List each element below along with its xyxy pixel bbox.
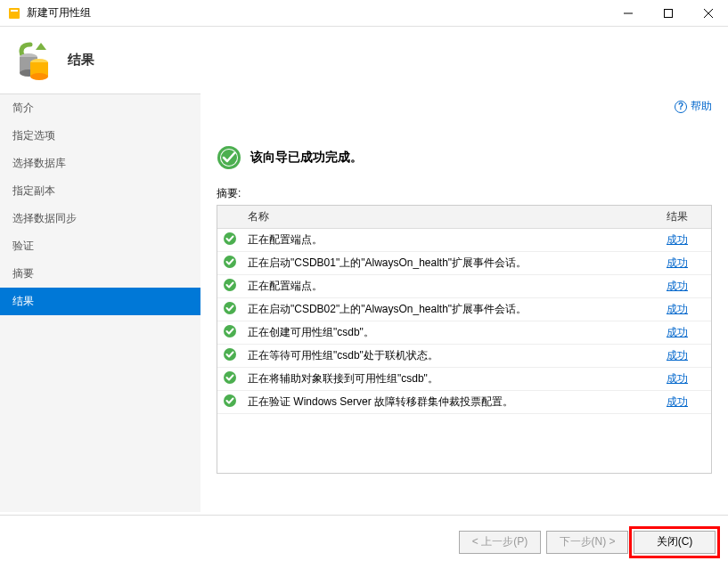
window-controls (608, 0, 728, 27)
close-button[interactable]: 关闭(C) (634, 531, 716, 554)
wizard-header-icon (12, 39, 55, 82)
row-result: 成功 (661, 345, 711, 368)
row-status-icon (217, 321, 242, 345)
minimize-button[interactable] (608, 0, 648, 27)
success-banner: 该向导已成功完成。 (217, 145, 712, 170)
maximize-button[interactable] (648, 0, 688, 27)
table-row: 正在等待可用性组"csdb"处于联机状态。成功 (217, 345, 711, 368)
result-link[interactable]: 成功 (667, 256, 688, 269)
svg-marker-6 (36, 43, 46, 50)
table-row: 正在配置端点。成功 (217, 275, 711, 298)
column-header-result: 结果 (661, 206, 711, 229)
row-result: 成功 (661, 321, 711, 345)
row-name: 正在等待可用性组"csdb"处于联机状态。 (242, 345, 661, 368)
app-icon (7, 6, 21, 20)
next-button: 下一步(N) > (546, 531, 628, 554)
column-header-icon (217, 206, 242, 229)
row-status-icon (217, 368, 242, 391)
row-result: 成功 (661, 275, 711, 298)
wizard-body: 简介指定选项选择数据库指定副本选择数据同步验证摘要结果 ? 帮助 该向导已成功完… (0, 93, 728, 512)
page-title: 结果 (68, 52, 94, 69)
summary-label: 摘要: (217, 186, 712, 201)
row-result: 成功 (661, 229, 711, 252)
result-link[interactable]: 成功 (667, 395, 688, 408)
row-name: 正在启动"CSDB01"上的"AlwaysOn_health"扩展事件会话。 (242, 252, 661, 275)
prev-button: < 上一步(P) (459, 531, 541, 554)
row-result: 成功 (661, 298, 711, 321)
column-header-name: 名称 (242, 206, 661, 229)
sidebar-item[interactable]: 选择数据库 (0, 150, 200, 177)
row-name: 正在验证 Windows Server 故障转移群集仲裁投票配置。 (242, 391, 661, 414)
row-status-icon (217, 345, 242, 368)
sidebar-item[interactable]: 选择数据同步 (0, 205, 200, 232)
table-row: 正在配置端点。成功 (217, 229, 711, 252)
wizard-header: 结果 (0, 27, 728, 93)
svg-rect-3 (664, 9, 672, 17)
sidebar-item[interactable]: 简介 (0, 94, 200, 122)
row-result: 成功 (661, 368, 711, 391)
titlebar: 新建可用性组 (0, 0, 728, 27)
success-check-icon (217, 145, 241, 170)
row-name: 正在将辅助对象联接到可用性组"csdb"。 (242, 368, 661, 391)
row-result: 成功 (661, 252, 711, 275)
sidebar-item[interactable]: 验证 (0, 232, 200, 260)
wizard-footer: < 上一步(P) 下一步(N) > 关闭(C) (0, 515, 728, 568)
sidebar-item[interactable]: 摘要 (0, 260, 200, 288)
main-content: ? 帮助 该向导已成功完成。 摘要: 名称 结果 正在配置端点。成功 (200, 93, 728, 512)
table-row: 正在将辅助对象联接到可用性组"csdb"。成功 (217, 368, 711, 391)
table-row: 正在启动"CSDB01"上的"AlwaysOn_health"扩展事件会话。成功 (217, 252, 711, 275)
row-status-icon (217, 229, 242, 252)
result-link[interactable]: 成功 (667, 280, 688, 292)
row-name: 正在配置端点。 (242, 275, 661, 298)
close-window-button[interactable] (688, 0, 728, 27)
table-row: 正在启动"CSDB02"上的"AlwaysOn_health"扩展事件会话。成功 (217, 298, 711, 321)
result-link[interactable]: 成功 (667, 233, 688, 246)
svg-point-12 (30, 73, 48, 80)
svg-rect-0 (9, 8, 20, 19)
row-status-icon (217, 391, 242, 414)
result-link[interactable]: 成功 (667, 326, 688, 338)
sidebar-item[interactable]: 结果 (0, 288, 200, 315)
sidebar: 简介指定选项选择数据库指定副本选择数据同步验证摘要结果 (0, 93, 200, 512)
row-status-icon (217, 275, 242, 298)
window-title: 新建可用性组 (27, 5, 608, 20)
help-link[interactable]: ? 帮助 (675, 99, 712, 114)
success-message: 该向导已成功完成。 (250, 150, 363, 166)
results-table-container: 名称 结果 正在配置端点。成功正在启动"CSDB01"上的"AlwaysOn_h… (217, 205, 712, 474)
svg-rect-1 (11, 10, 18, 12)
table-row: 正在创建可用性组"csdb"。成功 (217, 321, 711, 345)
results-table: 名称 结果 正在配置端点。成功正在启动"CSDB01"上的"AlwaysOn_h… (217, 206, 711, 414)
result-link[interactable]: 成功 (667, 372, 688, 385)
result-link[interactable]: 成功 (667, 349, 688, 362)
row-status-icon (217, 298, 242, 321)
sidebar-item[interactable]: 指定选项 (0, 122, 200, 150)
table-row: 正在验证 Windows Server 故障转移群集仲裁投票配置。成功 (217, 391, 711, 414)
sidebar-item[interactable]: 指定副本 (0, 177, 200, 205)
row-status-icon (217, 252, 242, 275)
row-name: 正在启动"CSDB02"上的"AlwaysOn_health"扩展事件会话。 (242, 298, 661, 321)
result-link[interactable]: 成功 (667, 303, 688, 315)
row-name: 正在配置端点。 (242, 229, 661, 252)
help-icon: ? (675, 101, 687, 113)
row-name: 正在创建可用性组"csdb"。 (242, 321, 661, 345)
help-label: 帮助 (691, 99, 712, 114)
row-result: 成功 (661, 391, 711, 414)
